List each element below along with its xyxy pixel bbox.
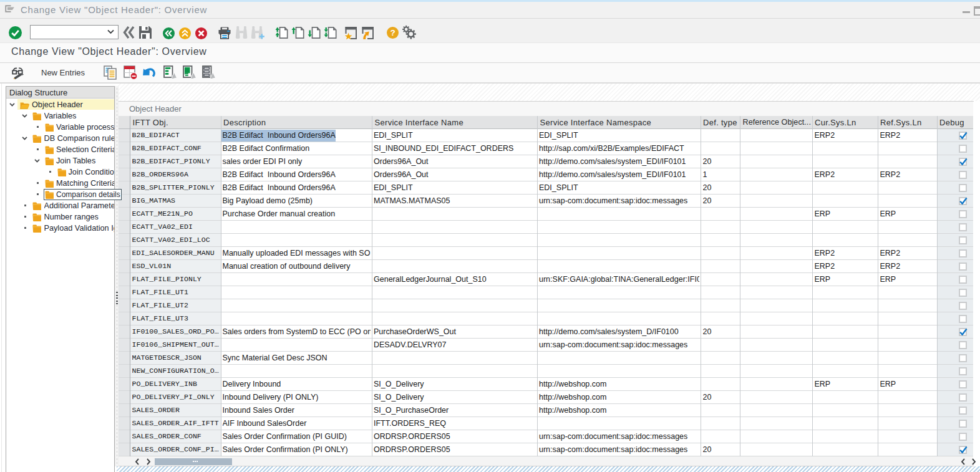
svg-text:?: ? <box>390 28 395 37</box>
